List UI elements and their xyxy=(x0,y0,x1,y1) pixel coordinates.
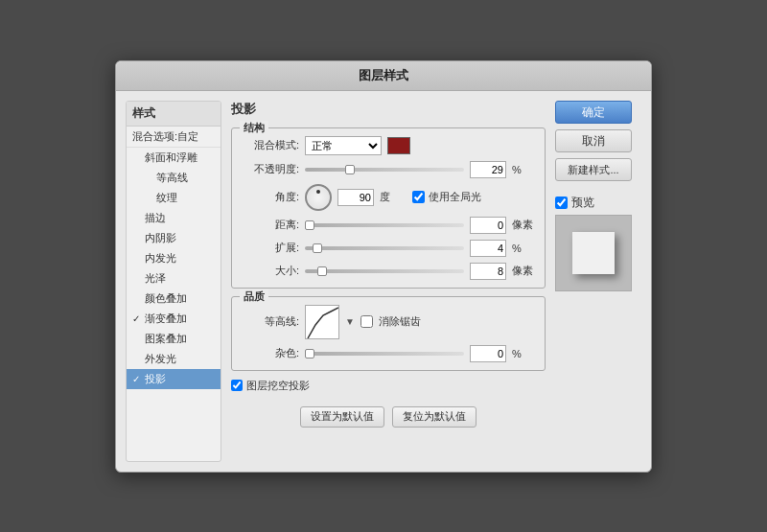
antialias-checkbox[interactable] xyxy=(360,315,373,328)
angle-row: 角度: 度 使用全局光 xyxy=(242,184,535,211)
section-label: 投影 xyxy=(231,101,546,118)
sidebar-item-satin[interactable]: 光泽 xyxy=(127,268,221,289)
distance-row: 距离: 像素 xyxy=(242,217,535,234)
blend-row: 混合模式: 正常 xyxy=(242,136,535,155)
contour-arrow: ▼ xyxy=(345,316,355,327)
knockout-checkbox[interactable] xyxy=(231,380,243,391)
preview-label: 预览 xyxy=(555,195,641,211)
sidebar-label: 光泽 xyxy=(145,271,166,286)
sidebar-item-texture[interactable]: 纹理 xyxy=(127,188,221,208)
quality-box: 品质 等高线: ▼ 消除锯齿 杂色: xyxy=(231,296,546,371)
sidebar-item-pattern-overlay[interactable]: 图案叠加 xyxy=(127,329,221,349)
blend-mode-select[interactable]: 正常 xyxy=(305,136,382,155)
sidebar-label: 纹理 xyxy=(156,191,177,205)
layer-style-dialog: 图层样式 样式 混合选项:自定 斜面和浮雕 等高线 纹理 描边 xyxy=(115,60,652,473)
check-icon: ✓ xyxy=(132,374,142,384)
contour-preview[interactable] xyxy=(305,305,339,339)
contour-label: 等高线: xyxy=(242,314,299,329)
size-unit: 像素 xyxy=(512,264,535,278)
global-light-checkbox[interactable] xyxy=(412,191,425,203)
contour-row: 等高线: ▼ 消除锯齿 xyxy=(242,305,535,339)
angle-unit: 度 xyxy=(380,190,403,204)
size-slider[interactable] xyxy=(305,269,464,273)
sidebar-item-bevel[interactable]: 斜面和浮雕 xyxy=(127,148,221,168)
right-panel: 确定 取消 新建样式... 预览 xyxy=(555,101,641,462)
distance-input[interactable] xyxy=(470,217,506,234)
reset-default-button[interactable]: 复位为默认值 xyxy=(392,406,476,428)
sidebar-header: 样式 xyxy=(127,102,221,127)
dialog-body: 样式 混合选项:自定 斜面和浮雕 等高线 纹理 描边 内阴影 xyxy=(116,91,651,472)
preview-box xyxy=(555,215,632,291)
color-swatch[interactable] xyxy=(387,137,410,154)
sidebar-item-inner-glow[interactable]: 内发光 xyxy=(127,248,221,268)
spread-label: 扩展: xyxy=(242,241,299,255)
size-input[interactable] xyxy=(470,263,506,280)
preview-inner xyxy=(572,232,615,274)
opacity-unit: % xyxy=(512,164,535,175)
blend-label: 混合模式: xyxy=(242,138,299,152)
angle-input[interactable] xyxy=(337,189,374,206)
noise-label: 杂色: xyxy=(242,346,299,360)
sidebar: 样式 混合选项:自定 斜面和浮雕 等高线 纹理 描边 内阴影 xyxy=(126,101,221,462)
quality-title: 品质 xyxy=(240,289,268,304)
sidebar-item-color-overlay[interactable]: 颜色叠加 xyxy=(127,289,221,309)
noise-slider[interactable] xyxy=(305,352,464,356)
sidebar-label: 外发光 xyxy=(145,352,176,366)
set-default-button[interactable]: 设置为默认值 xyxy=(300,406,384,428)
global-light-label: 使用全局光 xyxy=(429,190,481,204)
sidebar-label: 内阴影 xyxy=(145,231,176,245)
sidebar-item-drop-shadow[interactable]: ✓ 投影 xyxy=(127,369,221,389)
global-light-row: 使用全局光 xyxy=(412,190,481,204)
check-icon: ✓ xyxy=(132,313,142,324)
sidebar-label: 斜面和浮雕 xyxy=(145,150,198,165)
distance-unit: 像素 xyxy=(512,218,535,232)
distance-slider[interactable] xyxy=(305,223,464,227)
noise-input[interactable] xyxy=(470,345,506,362)
knockout-label: 图层挖空投影 xyxy=(246,379,310,393)
spread-unit: % xyxy=(512,243,535,254)
angle-label: 角度: xyxy=(242,190,299,204)
cancel-button[interactable]: 取消 xyxy=(555,129,632,152)
preview-text: 预览 xyxy=(571,195,594,211)
size-label: 大小: xyxy=(242,264,299,278)
distance-label: 距离: xyxy=(242,218,299,232)
angle-dial[interactable] xyxy=(305,184,332,211)
noise-unit: % xyxy=(512,348,535,359)
opacity-row: 不透明度: % xyxy=(242,161,535,178)
title-bar: 图层样式 xyxy=(116,61,651,91)
opacity-slider[interactable] xyxy=(305,168,464,172)
opacity-input[interactable] xyxy=(470,161,506,178)
ok-button[interactable]: 确定 xyxy=(555,101,632,124)
opacity-label: 不透明度: xyxy=(242,162,299,176)
sidebar-item-gradient-overlay[interactable]: ✓ 渐变叠加 xyxy=(127,309,221,329)
sidebar-item-outer-glow[interactable]: 外发光 xyxy=(127,349,221,369)
antialias-label: 消除锯齿 xyxy=(379,314,421,329)
structure-box: 结构 混合模式: 正常 不透明度: % xyxy=(231,127,546,289)
main-panel: 投影 结构 混合模式: 正常 不透明度: xyxy=(231,101,546,462)
sidebar-label: 渐变叠加 xyxy=(145,312,187,326)
sidebar-label: 投影 xyxy=(145,372,166,386)
sidebar-item-stroke[interactable]: 描边 xyxy=(127,208,221,228)
sidebar-item-inner-shadow[interactable]: 内阴影 xyxy=(127,228,221,248)
sidebar-item-contour[interactable]: 等高线 xyxy=(127,168,221,188)
bottom-buttons: 设置为默认值 复位为默认值 xyxy=(231,406,546,428)
sidebar-label: 描边 xyxy=(145,211,166,225)
dial-indicator xyxy=(316,190,320,194)
sidebar-label: 图案叠加 xyxy=(145,332,187,346)
sidebar-label: 内发光 xyxy=(145,251,176,266)
size-row: 大小: 像素 xyxy=(242,263,535,280)
preview-checkbox[interactable] xyxy=(555,197,568,209)
sidebar-subheader[interactable]: 混合选项:自定 xyxy=(127,127,221,148)
new-style-button[interactable]: 新建样式... xyxy=(555,158,632,181)
spread-input[interactable] xyxy=(470,240,506,257)
spread-slider[interactable] xyxy=(305,246,464,250)
structure-title: 结构 xyxy=(240,121,268,135)
sidebar-label: 颜色叠加 xyxy=(145,291,187,306)
noise-row: 杂色: % xyxy=(242,345,535,362)
dialog-title: 图层样式 xyxy=(359,68,408,82)
preview-section: 预览 xyxy=(555,195,641,291)
spread-row: 扩展: % xyxy=(242,240,535,257)
knockout-row: 图层挖空投影 xyxy=(231,379,546,393)
sidebar-label: 等高线 xyxy=(156,171,188,185)
